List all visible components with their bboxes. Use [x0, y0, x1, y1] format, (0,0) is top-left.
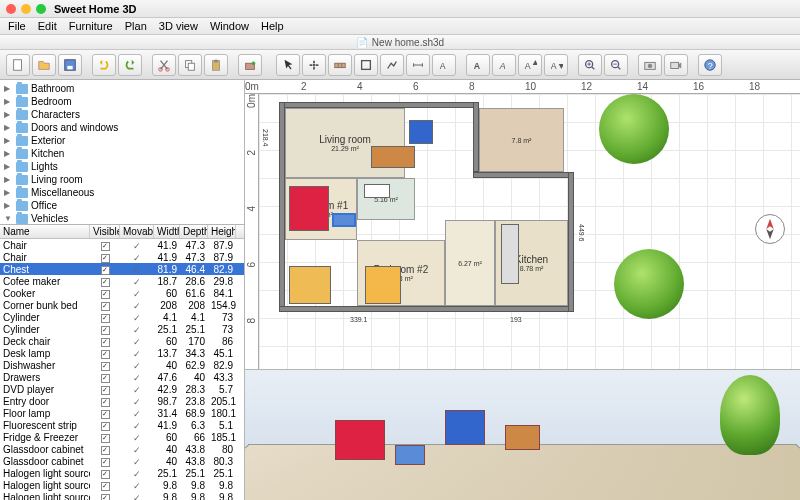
- photo-button[interactable]: [638, 54, 662, 76]
- visible-checkbox[interactable]: ✓: [101, 446, 110, 455]
- visible-checkbox[interactable]: ✓: [101, 458, 110, 467]
- table-row[interactable]: Entry door✓✓98.723.8205.1: [0, 395, 244, 407]
- visible-checkbox[interactable]: ✓: [101, 278, 110, 287]
- visible-checkbox[interactable]: ✓: [101, 386, 110, 395]
- zoom-out-button[interactable]: [604, 54, 628, 76]
- visible-checkbox[interactable]: ✓: [101, 290, 110, 299]
- table-row[interactable]: Halogen light source✓✓9.89.89.8: [0, 479, 244, 491]
- col-height[interactable]: Height: [208, 225, 236, 238]
- table-row[interactable]: Drawers✓✓47.64043.3: [0, 371, 244, 383]
- menu-edit[interactable]: Edit: [38, 20, 57, 32]
- table-row[interactable]: Cooker✓✓6061.684.1: [0, 287, 244, 299]
- table-row[interactable]: Halogen light source✓✓25.125.125.1: [0, 467, 244, 479]
- table-row[interactable]: Desk lamp✓✓13.734.345.1: [0, 347, 244, 359]
- catalog-tree[interactable]: ▶Bathroom▶Bedroom▶Characters▶Doors and w…: [0, 80, 244, 225]
- col-name[interactable]: Name: [0, 225, 90, 238]
- paste-button[interactable]: [204, 54, 228, 76]
- plan-view[interactable]: Living room 21.29 m² 7.8 m² Bedroom #1 9…: [259, 94, 800, 369]
- redo-button[interactable]: [118, 54, 142, 76]
- menu-window[interactable]: Window: [210, 20, 249, 32]
- col-width[interactable]: Width: [154, 225, 180, 238]
- tree-category[interactable]: ▶Living room: [2, 173, 242, 186]
- menu-plan[interactable]: Plan: [125, 20, 147, 32]
- zoom-window[interactable]: [36, 4, 46, 14]
- tree-category[interactable]: ▶Bathroom: [2, 82, 242, 95]
- text-italic-button[interactable]: A: [492, 54, 516, 76]
- wall-tool[interactable]: [328, 54, 352, 76]
- text-size-down-button[interactable]: A▼: [544, 54, 568, 76]
- compass-icon[interactable]: [755, 214, 785, 244]
- visible-checkbox[interactable]: ✓: [101, 422, 110, 431]
- table-row[interactable]: DVD player✓✓42.928.35.7: [0, 383, 244, 395]
- copy-button[interactable]: [178, 54, 202, 76]
- table-row[interactable]: Dishwasher✓✓4062.982.9: [0, 359, 244, 371]
- table-row[interactable]: Corner bunk bed✓✓208208154.9: [0, 299, 244, 311]
- room-tool[interactable]: [354, 54, 378, 76]
- table-row[interactable]: Glassdoor cabinet✓✓4043.880: [0, 443, 244, 455]
- visible-checkbox[interactable]: ✓: [101, 254, 110, 263]
- col-depth[interactable]: Depth: [180, 225, 208, 238]
- visible-checkbox[interactable]: ✓: [101, 482, 110, 491]
- text-size-up-button[interactable]: A▲: [518, 54, 542, 76]
- col-movable[interactable]: Movable: [120, 225, 154, 238]
- video-button[interactable]: [664, 54, 688, 76]
- table-row[interactable]: Deck chair✓✓6017086: [0, 335, 244, 347]
- menu-furniture[interactable]: Furniture: [69, 20, 113, 32]
- zoom-in-button[interactable]: [578, 54, 602, 76]
- tree-category[interactable]: ▶Bedroom: [2, 95, 242, 108]
- tree-category[interactable]: ▶Office: [2, 199, 242, 212]
- visible-checkbox[interactable]: ✓: [101, 434, 110, 443]
- visible-checkbox[interactable]: ✓: [101, 326, 110, 335]
- select-tool[interactable]: [276, 54, 300, 76]
- text-tool[interactable]: A: [432, 54, 456, 76]
- visible-checkbox[interactable]: ✓: [101, 350, 110, 359]
- open-button[interactable]: [32, 54, 56, 76]
- table-row[interactable]: Halogen light source✓✓9.89.89.8: [0, 491, 244, 500]
- tree-object[interactable]: [599, 94, 669, 164]
- visible-checkbox[interactable]: ✓: [101, 470, 110, 479]
- tree-category[interactable]: ▶Exterior: [2, 134, 242, 147]
- tree-category[interactable]: ▶Kitchen: [2, 147, 242, 160]
- save-button[interactable]: [58, 54, 82, 76]
- tree-category[interactable]: ▶Miscellaneous: [2, 186, 242, 199]
- visible-checkbox[interactable]: ✓: [101, 338, 110, 347]
- visible-checkbox[interactable]: ✓: [101, 494, 110, 500]
- text-bold-button[interactable]: A: [466, 54, 490, 76]
- table-row[interactable]: Cylinder✓✓4.14.173: [0, 311, 244, 323]
- visible-checkbox[interactable]: ✓: [101, 362, 110, 371]
- table-row[interactable]: Chair✓✓41.947.387.9: [0, 239, 244, 251]
- new-button[interactable]: [6, 54, 30, 76]
- visible-checkbox[interactable]: ✓: [101, 314, 110, 323]
- visible-checkbox[interactable]: ✓: [101, 410, 110, 419]
- furniture-table[interactable]: Chair✓✓41.947.387.9Chair✓✓41.947.387.9Ch…: [0, 239, 244, 500]
- visible-checkbox[interactable]: ✓: [101, 374, 110, 383]
- table-row[interactable]: Cofee maker✓✓18.728.629.8: [0, 275, 244, 287]
- col-visible[interactable]: Visible: [90, 225, 120, 238]
- cut-button[interactable]: [152, 54, 176, 76]
- table-row[interactable]: Chest✓✓81.946.482.9: [0, 263, 244, 275]
- menu-3dview[interactable]: 3D view: [159, 20, 198, 32]
- visible-checkbox[interactable]: ✓: [101, 302, 110, 311]
- 3d-view[interactable]: [245, 370, 800, 500]
- selected-chest[interactable]: [333, 214, 355, 226]
- table-row[interactable]: Glassdoor cabinet✓✓4043.880.3: [0, 455, 244, 467]
- visible-checkbox[interactable]: ✓: [101, 266, 110, 275]
- table-row[interactable]: Floor lamp✓✓31.468.9180.1: [0, 407, 244, 419]
- menu-file[interactable]: File: [8, 20, 26, 32]
- tree-category[interactable]: ▼Vehicles: [2, 212, 242, 225]
- table-row[interactable]: Fridge & Freezer✓✓6066185.1: [0, 431, 244, 443]
- tree-category[interactable]: ▶Lights: [2, 160, 242, 173]
- help-button[interactable]: ?: [698, 54, 722, 76]
- table-row[interactable]: Chair✓✓41.947.387.9: [0, 251, 244, 263]
- table-row[interactable]: Cylinder✓✓25.125.173: [0, 323, 244, 335]
- dimension-tool[interactable]: [406, 54, 430, 76]
- close-window[interactable]: [6, 4, 16, 14]
- pan-tool[interactable]: [302, 54, 326, 76]
- minimize-window[interactable]: [21, 4, 31, 14]
- polyline-tool[interactable]: [380, 54, 404, 76]
- table-row[interactable]: Fluorescent strip✓✓41.96.35.1: [0, 419, 244, 431]
- tree-category[interactable]: ▶Doors and windows: [2, 121, 242, 134]
- undo-button[interactable]: [92, 54, 116, 76]
- visible-checkbox[interactable]: ✓: [101, 398, 110, 407]
- tree-category[interactable]: ▶Characters: [2, 108, 242, 121]
